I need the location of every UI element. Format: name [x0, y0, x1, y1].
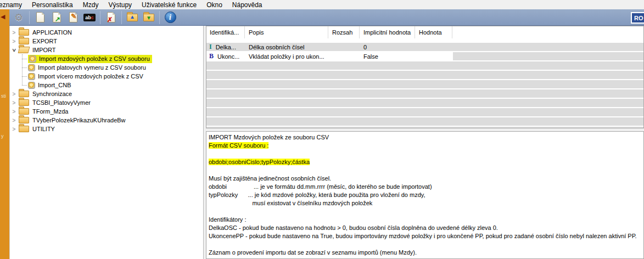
chevron-right-icon[interactable]: > [11, 126, 17, 132]
tree-item-synchronizace[interactable]: > Synchronizace [10, 89, 203, 98]
info-glyph: i [165, 12, 176, 23]
tree-item-label: TCSBI_PlatovyVymer [32, 99, 91, 106]
chevron-right-icon[interactable]: > [11, 38, 17, 44]
docked-panel-strip[interactable]: ◀ sti y [0, 9, 9, 259]
chevron-expanded-icon[interactable]: > [11, 47, 17, 53]
menu-item-personalistika[interactable]: Personalistika [27, 1, 78, 9]
menu-item-uzivatelske-funkce[interactable]: Uživatelské funkce [137, 1, 201, 9]
highlighted-text: Formát CSV souboru : [209, 142, 268, 149]
cell-identifikator: BUkonc... [206, 52, 245, 60]
function-icon [28, 82, 35, 89]
line-text: IMPORT Mzdových položek ze souboru CSV [209, 134, 329, 140]
red-x-glyph: ✗ [107, 16, 113, 23]
grid-body: IDelka... Délka osobních čísel 0 BUkonc.… [206, 38, 643, 128]
toolbar: ⚙ ↗ ✎ abc ✗ ▲ ▼ i RO [9, 9, 644, 26]
function-tree-panel: > APPLICATION > EXPORT > IMPORT Import m… [9, 26, 204, 259]
tree-item-label: IMPORT [32, 47, 56, 53]
delete-document-icon[interactable]: ✗ [105, 12, 117, 24]
description-line: typPolozky ... je kód mzdové položky, kt… [209, 191, 643, 199]
tree-item-label: TVyberPolozekPrikazuKUhradeBw [32, 117, 126, 123]
abc-badge: abc [83, 14, 96, 21]
tree-item-import[interactable]: > IMPORT [10, 46, 203, 54]
description-line [209, 240, 643, 249]
menu-item-vystupy[interactable]: Výstupy [103, 1, 137, 9]
toolbar-separator [159, 11, 160, 24]
gear-glyph: ⚙ [14, 12, 23, 24]
description-line: obdobi;osobniCislo;typPolozky;částka [209, 158, 643, 166]
toolbar-separator [100, 11, 100, 24]
abc-spellcheck-icon[interactable]: abc [83, 12, 96, 24]
column-header-identifikator[interactable]: Identifiká... [206, 26, 245, 38]
gear-icon[interactable]: ⚙ [13, 12, 25, 24]
tree-item-label: UTILITY [32, 126, 55, 132]
edit-document-icon[interactable]: ✎ [67, 12, 79, 24]
tree-item-label: EXPORT [32, 38, 57, 44]
new-document-icon[interactable] [34, 12, 46, 24]
line-text: DelkaOSC - pokud bude nastaveno na hodno… [209, 224, 498, 231]
cell-hodnota[interactable] [415, 43, 452, 51]
folder-import-icon[interactable]: ▲ [126, 12, 138, 24]
tree-item-import-platovych-vymeru[interactable]: Import platovych vymeru z CSV souboru [10, 63, 203, 72]
table-row[interactable]: BUkonc... Vkládat položky i pro ukon... … [206, 52, 453, 60]
tree-item-tvyberpolozek[interactable]: > TVyberPolozekPrikazuKUhradeBw [10, 116, 203, 125]
menu-item-seznamy[interactable]: eznamy [0, 1, 27, 9]
status-badge: RO [631, 12, 644, 24]
tree-item-tform-mzda[interactable]: > TForm_Mzda [10, 107, 203, 116]
folder-export-icon[interactable]: ▼ [143, 12, 155, 24]
chevron-right-icon[interactable]: > [11, 109, 17, 115]
tree-item-application[interactable]: > APPLICATION [10, 28, 203, 37]
column-header-filler [452, 26, 643, 38]
menu-item-napoveda[interactable]: Nápověda [227, 1, 267, 9]
pencil-glyph: ✎ [71, 13, 77, 20]
column-header-popis[interactable]: Popis [245, 26, 328, 38]
folder-icon [19, 99, 29, 106]
page-shape [36, 12, 44, 22]
folder-icon [19, 91, 29, 97]
chevron-right-icon[interactable]: > [11, 117, 17, 123]
tree-item-import-mzdovych-polozek[interactable]: Import mzdových položek z CSV souboru [10, 54, 203, 63]
chevron-right-icon[interactable]: > [11, 30, 17, 36]
table-row[interactable]: IDelka... Délka osobních čísel 0 [206, 43, 643, 51]
tree-item-label: Synchronizace [32, 91, 72, 97]
tree-item-label: Import vícero mzdových položek z CSV [38, 73, 143, 80]
folder-shape: ▼ [143, 14, 154, 21]
cell-text: Ukonc... [217, 53, 239, 60]
info-icon[interactable]: i [164, 12, 176, 24]
line-text: obdobi ... je ve formátu dd.mm.rrrr (měs… [209, 183, 432, 190]
column-header-rozsah[interactable]: Rozsah [328, 26, 360, 38]
description-line [209, 207, 643, 216]
line-text: Musí být zajištěna jedinečnost osobních … [209, 175, 331, 182]
open-document-icon[interactable]: ↗ [51, 12, 63, 24]
parameter-grid: Identifiká... Popis Rozsah Implicitní ho… [206, 26, 644, 128]
tree-item-import-cnb[interactable]: Import_CNB [10, 81, 203, 89]
description-line: Importovaná data lze pomocí funkce ve fo… [209, 257, 643, 259]
folder-icon [19, 117, 29, 123]
toolbar-separator [29, 11, 30, 24]
cell-rozsah [328, 43, 360, 51]
highlighted-text: obdobi;osobniCislo;typPolozky;částka [209, 159, 310, 165]
tree-item-label: Import_CNB [38, 82, 71, 88]
description-line [209, 150, 643, 158]
tree-item-import-vicero[interactable]: Import vícero mzdových položek z CSV [10, 72, 203, 81]
tree-item-label: TForm_Mzda [32, 108, 68, 115]
type-integer-icon: I [209, 43, 212, 51]
chevron-right-icon[interactable]: > [11, 91, 17, 97]
description-line: Formát CSV souboru : [209, 142, 643, 150]
strip-label-fragment: y [1, 133, 4, 139]
tree-item-label: Import mzdových položek z CSV souboru [39, 55, 150, 62]
tree-item-utility[interactable]: > UTILITY [10, 125, 203, 133]
cell-text: Delka... [216, 44, 236, 50]
tree-item-export[interactable]: > EXPORT [10, 37, 203, 46]
open-folder-icon [19, 47, 29, 53]
description-panel: IMPORT Mzdových položek ze souboru CSV F… [206, 131, 644, 259]
menu-item-mzdy[interactable]: Mzdy [78, 1, 104, 9]
chevron-right-icon[interactable]: > [11, 100, 17, 106]
column-header-hodnota[interactable]: Hodnota [415, 26, 452, 38]
collapse-left-icon[interactable]: ◀ [1, 13, 5, 20]
menu-item-okno[interactable]: Okno [201, 1, 227, 9]
cell-hodnota[interactable] [415, 52, 452, 60]
cell-identifikator: IDelka... [206, 43, 245, 51]
tree-item-tcsbi-platovyvymer[interactable]: > TCSBI_PlatovyVymer [10, 98, 203, 107]
column-header-implicitni-hodnota[interactable]: Implicitní hodnota [360, 26, 415, 38]
line-text: typPolozky ... je kód mzdové položky, kt… [209, 192, 425, 198]
